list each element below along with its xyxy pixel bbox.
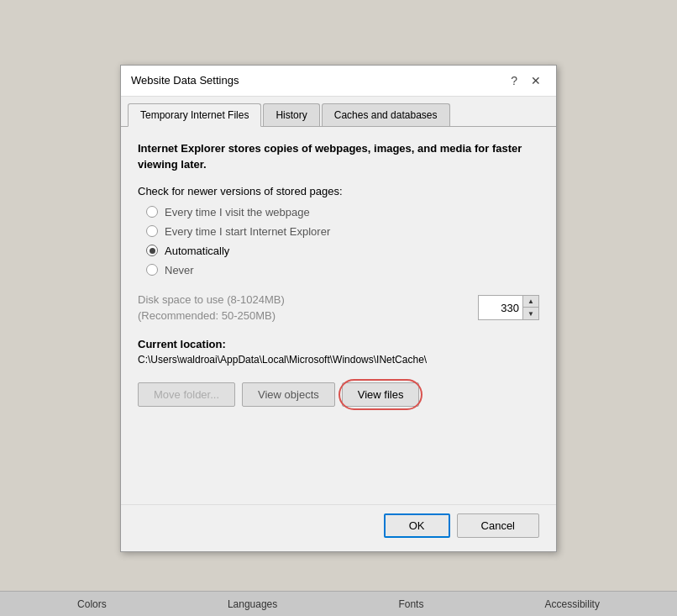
tab-bar: Temporary Internet Files History Caches … xyxy=(121,97,556,127)
move-folder-button[interactable]: Move folder... xyxy=(138,382,235,407)
disk-space-input[interactable] xyxy=(479,296,522,319)
hint-languages: Languages xyxy=(228,598,277,610)
spinner-buttons: ▲ ▼ xyxy=(522,296,538,319)
hint-colors: Colors xyxy=(77,598,107,610)
radio-circle-every-start xyxy=(146,225,158,237)
radio-circle-every-visit xyxy=(146,206,158,218)
dialog-title-area: Website Data Settings xyxy=(131,74,239,87)
location-path: C:\Users\waldroai\AppData\Local\Microsof… xyxy=(138,354,539,366)
tab-content: Internet Explorer stores copies of webpa… xyxy=(121,127,556,504)
title-bar-buttons: ? ✕ xyxy=(506,72,546,89)
disk-label: Disk space to use (8-1024MB) (Recommende… xyxy=(138,292,285,324)
tab-caches-databases[interactable]: Caches and databases xyxy=(322,103,450,126)
dialog-footer: OK Cancel xyxy=(121,504,556,551)
radio-every-start[interactable]: Every time I start Internet Explorer xyxy=(146,225,539,238)
hint-fonts: Fonts xyxy=(398,598,423,610)
ok-button[interactable]: OK xyxy=(384,513,450,538)
help-button[interactable]: ? xyxy=(506,72,522,89)
radio-never[interactable]: Never xyxy=(146,264,539,276)
disk-space-row: Disk space to use (8-1024MB) (Recommende… xyxy=(138,292,539,324)
radio-circle-never xyxy=(146,264,158,276)
view-files-button[interactable]: View files xyxy=(342,382,420,407)
view-objects-button[interactable]: View objects xyxy=(242,382,335,407)
disk-label-line2: (Recommended: 50-250MB) xyxy=(138,308,285,324)
description-text: Internet Explorer stores copies of webpa… xyxy=(138,140,539,173)
radio-automatically[interactable]: Automatically xyxy=(146,245,539,257)
close-button[interactable]: ✕ xyxy=(526,72,546,89)
radio-dot-auto xyxy=(150,248,155,254)
action-buttons: Move folder... View objects View files xyxy=(138,382,539,407)
disk-space-spinner[interactable]: ▲ ▼ xyxy=(478,295,539,320)
title-bar: Website Data Settings ? ✕ xyxy=(121,66,556,97)
dialog-title: Website Data Settings xyxy=(131,74,239,87)
bottom-hint-bar: Colors Languages Fonts Accessibility xyxy=(0,591,677,616)
spinner-up-button[interactable]: ▲ xyxy=(523,296,538,308)
cancel-button[interactable]: Cancel xyxy=(457,513,539,538)
location-label: Current location: xyxy=(138,338,539,350)
disk-label-line1: Disk space to use (8-1024MB) xyxy=(138,292,285,308)
radio-every-visit[interactable]: Every time I visit the webpage xyxy=(146,206,539,218)
location-section: Current location: C:\Users\waldroai\AppD… xyxy=(138,338,539,366)
tab-history[interactable]: History xyxy=(263,103,319,126)
spinner-down-button[interactable]: ▼ xyxy=(523,308,538,319)
radio-group: Every time I visit the webpage Every tim… xyxy=(146,206,539,276)
website-data-settings-dialog: Website Data Settings ? ✕ Temporary Inte… xyxy=(120,65,557,552)
check-newer-label: Check for newer versions of stored pages… xyxy=(138,185,539,197)
tab-temporary-internet-files[interactable]: Temporary Internet Files xyxy=(128,103,261,127)
hint-accessibility: Accessibility xyxy=(545,598,600,610)
radio-circle-auto xyxy=(146,245,158,256)
